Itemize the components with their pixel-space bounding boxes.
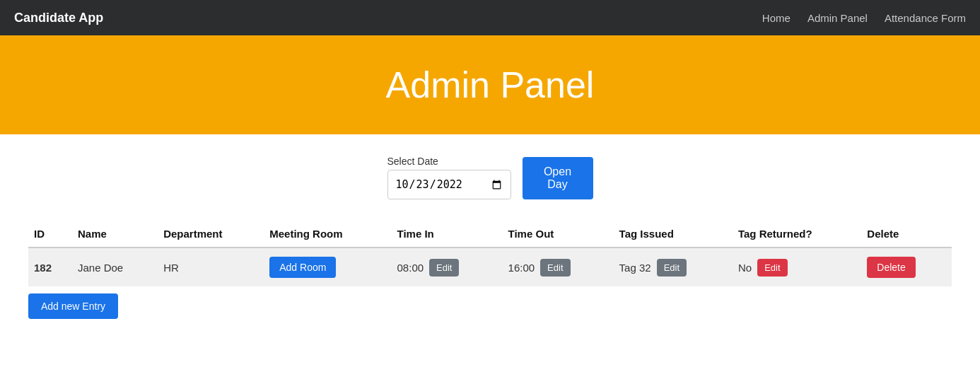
- col-header-time-out: Time Out: [503, 221, 614, 248]
- add-new-entry-button[interactable]: Add new Entry: [28, 293, 118, 319]
- table-area: ID Name Department Meeting Room Time In …: [0, 214, 980, 333]
- navbar: Candidate App Home Admin Panel Attendanc…: [0, 0, 980, 35]
- tag-issued-value: Tag 32: [619, 262, 651, 274]
- tag-issued-edit-button[interactable]: Edit: [657, 259, 687, 277]
- tag-returned-value: No: [738, 262, 752, 274]
- nav-home[interactable]: Home: [762, 12, 791, 24]
- hero-banner: Admin Panel: [0, 35, 980, 134]
- date-group: Select Date: [387, 156, 511, 199]
- col-header-delete: Delete: [861, 221, 952, 248]
- entries-table: ID Name Department Meeting Room Time In …: [28, 221, 952, 286]
- table-header-row: ID Name Department Meeting Room Time In …: [28, 221, 952, 248]
- controls-area: Select Date Open Day: [0, 134, 980, 214]
- time-out-value: 16:00: [508, 262, 535, 274]
- col-header-tag-issued: Tag Issued: [614, 221, 733, 248]
- app-brand: Candidate App: [14, 11, 103, 25]
- nav-links: Home Admin Panel Attendance Form: [762, 12, 966, 24]
- cell-delete: Delete: [861, 248, 952, 286]
- col-header-meeting-room: Meeting Room: [264, 221, 391, 248]
- date-label: Select Date: [387, 156, 511, 167]
- cell-tag-returned: No Edit: [733, 248, 861, 286]
- time-in-value: 08:00: [397, 262, 424, 274]
- col-header-id: ID: [28, 221, 72, 248]
- nav-admin-panel[interactable]: Admin Panel: [807, 12, 868, 24]
- date-input[interactable]: [387, 170, 511, 199]
- time-out-edit-button[interactable]: Edit: [540, 259, 570, 277]
- open-day-button[interactable]: Open Day: [523, 157, 593, 199]
- col-header-name: Name: [72, 221, 158, 248]
- cell-name: Jane Doe: [72, 248, 158, 286]
- col-header-tag-returned: Tag Returned?: [733, 221, 861, 248]
- cell-department: HR: [158, 248, 264, 286]
- time-in-edit-button[interactable]: Edit: [429, 259, 459, 277]
- cell-meeting-room: Add Room: [264, 248, 391, 286]
- col-header-time-in: Time In: [392, 221, 503, 248]
- delete-button[interactable]: Delete: [867, 257, 915, 278]
- tag-returned-edit-button[interactable]: Edit: [757, 259, 787, 277]
- hero-title: Admin Panel: [0, 64, 980, 106]
- cell-id: 182: [28, 248, 72, 286]
- cell-time-out: 16:00 Edit: [503, 248, 614, 286]
- nav-attendance-form[interactable]: Attendance Form: [885, 12, 966, 24]
- add-room-button[interactable]: Add Room: [269, 257, 336, 278]
- table-row: 182 Jane Doe HR Add Room 08:00 Edit 16:0…: [28, 248, 952, 286]
- cell-time-in: 08:00 Edit: [392, 248, 503, 286]
- cell-tag-issued: Tag 32 Edit: [614, 248, 733, 286]
- col-header-department: Department: [158, 221, 264, 248]
